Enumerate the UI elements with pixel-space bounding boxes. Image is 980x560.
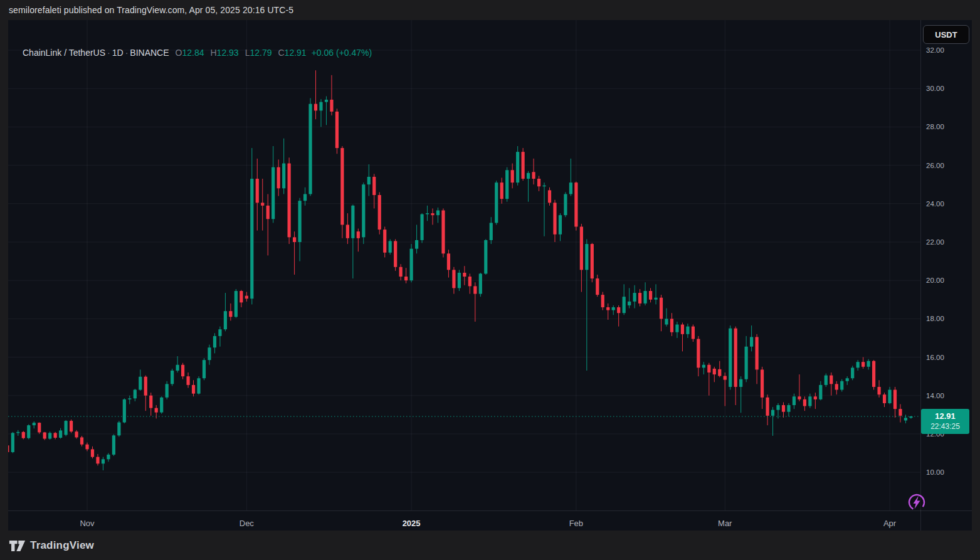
svg-text:2025: 2025 <box>403 519 421 528</box>
svg-text:Apr: Apr <box>883 519 897 528</box>
svg-text:16.00: 16.00 <box>926 354 944 361</box>
symbol-legend: ChainLink / TetherUS·1D·BINANCEO12.84H12… <box>23 48 372 58</box>
svg-text:18.00: 18.00 <box>926 315 944 322</box>
close-label: C <box>278 48 284 58</box>
tradingview-logo-text: TradingView <box>30 539 94 552</box>
low-value: 12.79 <box>250 48 271 58</box>
last-price-label: 12.91 22:43:25 <box>921 409 969 434</box>
publish-info-text: semilorefaleti published on TradingView.… <box>9 5 293 15</box>
open-label: O <box>176 48 182 58</box>
svg-text:32.00: 32.00 <box>926 46 944 54</box>
high-label: H <box>210 48 216 58</box>
svg-text:22.00: 22.00 <box>926 238 944 246</box>
svg-text:26.00: 26.00 <box>926 162 944 169</box>
publish-info-bar: semilorefaleti published on TradingView.… <box>0 0 980 20</box>
currency-toggle-button[interactable]: USDT <box>923 25 969 44</box>
last-price-value: 12.91 <box>935 411 956 421</box>
tradingview-logo-icon <box>9 539 26 552</box>
tradingview-snapshot-page: semilorefaleti published on TradingView.… <box>0 0 980 560</box>
legend-separator: · <box>124 48 130 58</box>
chart-container: 32.0030.0028.0026.0024.0022.0020.0018.00… <box>8 20 972 531</box>
footer-bar: TradingView <box>0 531 980 560</box>
change-value: +0.06 (+0.47%) <box>312 48 372 58</box>
exchange-label: BINANCE <box>130 48 169 58</box>
close-value: 12.91 <box>285 48 307 58</box>
svg-text:28.00: 28.00 <box>926 123 944 130</box>
grid-lines <box>8 20 920 510</box>
svg-text:10.00: 10.00 <box>926 468 944 476</box>
svg-text:14.00: 14.00 <box>926 392 944 399</box>
svg-text:24.00: 24.00 <box>926 200 944 208</box>
candlestick-series <box>8 70 913 470</box>
svg-text:Nov: Nov <box>80 519 95 528</box>
svg-text:Mar: Mar <box>718 519 732 528</box>
time-axis-labels[interactable]: NovDec2025FebMarApr <box>80 519 896 528</box>
interval-label: 1D <box>112 48 124 58</box>
bar-countdown: 22:43:25 <box>930 422 960 431</box>
svg-text:20.00: 20.00 <box>926 277 944 284</box>
high-value: 12.93 <box>217 48 239 58</box>
open-value: 12.84 <box>182 48 204 58</box>
tradingview-logo[interactable]: TradingView <box>9 539 94 552</box>
svg-text:Dec: Dec <box>240 519 255 528</box>
legend-separator: · <box>105 48 112 58</box>
lightning-bolt-button[interactable] <box>906 492 927 513</box>
symbol-title: ChainLink / TetherUS <box>23 48 105 58</box>
chart-canvas[interactable]: 32.0030.0028.0026.0024.0022.0020.0018.00… <box>8 20 972 531</box>
svg-text:30.00: 30.00 <box>926 85 944 92</box>
svg-text:Feb: Feb <box>569 519 583 528</box>
